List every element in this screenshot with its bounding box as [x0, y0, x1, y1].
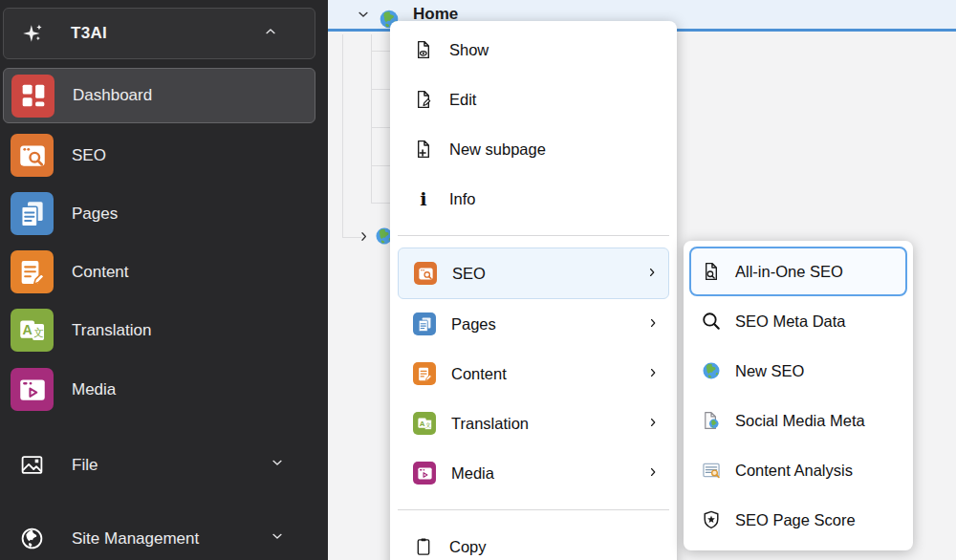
tree-row-divider	[371, 165, 390, 166]
submenu-item-seo-page-score[interactable]: SEO Page Score	[689, 495, 907, 545]
chevron-right-icon	[646, 365, 660, 383]
chevron-down-icon	[270, 455, 285, 475]
module-sidebar: T3AI Dashboard SEO Pages Content Transla…	[0, 0, 328, 560]
chevron-right-icon[interactable]	[357, 229, 371, 244]
sidebar-item-seo[interactable]: SEO	[0, 126, 328, 184]
page-globe-icon	[701, 410, 722, 431]
menu-item-label: Media	[451, 464, 494, 483]
translation-icon	[413, 412, 436, 435]
menu-divider	[398, 235, 669, 236]
menu-item-label: Show	[449, 41, 489, 59]
pages-icon	[413, 312, 436, 335]
content-icon	[11, 250, 54, 293]
sidebar-group-label: Site Management	[72, 529, 199, 549]
menu-item-label: SEO	[452, 265, 486, 283]
info-icon	[413, 188, 434, 209]
menu-item-label: Social Media Meta	[735, 412, 865, 430]
content-icon	[413, 362, 436, 385]
menu-item-label: Content Analysis	[735, 462, 853, 480]
menu-item-label: New subpage	[449, 140, 546, 159]
menu-item-label: SEO Meta Data	[735, 312, 846, 331]
globe-icon	[11, 517, 54, 560]
context-menu-item-edit[interactable]: Edit	[390, 75, 677, 124]
context-menu-item-translation[interactable]: Translation	[390, 398, 677, 448]
menu-item-label: Edit	[449, 91, 476, 109]
context-menu-item-content[interactable]: Content	[390, 349, 677, 398]
submenu-item-new-seo[interactable]: New SEO	[689, 346, 907, 396]
menu-divider	[398, 509, 669, 510]
chevron-right-icon	[646, 464, 660, 483]
sidebar-item-label: Pages	[72, 205, 118, 224]
sidebar-item-media[interactable]: Media	[0, 360, 328, 419]
sidebar-group-t3ai-label: T3AI	[71, 24, 107, 43]
sidebar-item-label: Translation	[72, 321, 151, 340]
sidebar-item-content[interactable]: Content	[0, 243, 328, 301]
sparkles-icon	[21, 21, 46, 46]
tree-guide-line	[342, 34, 343, 238]
tree-row-divider	[371, 127, 390, 128]
seo-submenu: All-in-One SEO SEO Meta Data New SEO Soc…	[684, 241, 913, 550]
page-plus-icon	[413, 139, 434, 160]
context-menu-item-seo[interactable]: SEO	[398, 248, 669, 299]
sidebar-item-translation[interactable]: Translation	[0, 301, 328, 359]
tree-node-collapsed[interactable]	[357, 226, 395, 247]
sidebar-item-label: SEO	[72, 146, 106, 165]
menu-item-label: Copy	[449, 538, 487, 556]
submenu-item-social-media-meta[interactable]: Social Media Meta	[689, 396, 907, 445]
chevron-down-icon	[270, 528, 285, 549]
sidebar-group-t3ai[interactable]: T3AI	[3, 8, 315, 59]
dashboard-icon	[11, 75, 54, 118]
sidebar-group-site-management[interactable]: Site Management	[0, 509, 328, 560]
sidebar-group-label: File	[72, 456, 98, 475]
chevron-right-icon	[645, 265, 659, 283]
menu-item-label: Content	[451, 365, 507, 383]
context-menu-item-info[interactable]: Info	[390, 174, 677, 224]
sidebar-item-label: Dashboard	[73, 86, 152, 105]
page-search-icon	[701, 261, 722, 282]
context-menu-item-pages[interactable]: Pages	[390, 299, 677, 349]
menu-item-label: Info	[449, 190, 476, 208]
media-icon	[413, 462, 436, 485]
tree-guide-line	[371, 34, 372, 204]
menu-item-label: Translation	[451, 415, 529, 433]
page-pencil-icon	[413, 89, 434, 110]
chevron-right-icon	[646, 315, 660, 334]
page-eye-icon	[413, 39, 434, 60]
context-menu-item-new-subpage[interactable]: New subpage	[390, 124, 677, 174]
submenu-item-all-in-one-seo[interactable]: All-in-One SEO	[689, 247, 907, 296]
menu-item-label: Pages	[451, 315, 496, 334]
menu-item-label: SEO Page Score	[735, 511, 856, 529]
submenu-item-seo-meta-data[interactable]: SEO Meta Data	[689, 296, 907, 346]
tree-row-divider	[371, 203, 390, 204]
seo-icon	[414, 262, 437, 285]
chevron-up-icon	[263, 24, 278, 44]
sidebar-item-dashboard[interactable]: Dashboard	[3, 68, 315, 123]
tree-row-divider	[371, 89, 390, 90]
context-menu: Show Edit New subpage Info SEO Pages Con…	[390, 21, 677, 560]
clipboard-icon	[413, 536, 434, 557]
chevron-down-icon[interactable]	[356, 7, 371, 22]
doc-analysis-icon	[701, 460, 722, 481]
media-icon	[11, 368, 54, 411]
pages-icon	[11, 192, 54, 235]
magnifier-icon	[701, 311, 722, 332]
context-menu-item-media[interactable]: Media	[390, 448, 677, 498]
context-menu-item-show[interactable]: Show	[390, 25, 677, 75]
shield-star-icon	[701, 509, 722, 530]
translation-icon	[11, 309, 54, 352]
tree-row-divider	[371, 51, 390, 52]
seo-icon	[11, 134, 54, 177]
menu-item-label: All-in-One SEO	[735, 263, 843, 281]
menu-item-label: New SEO	[735, 362, 804, 380]
chevron-right-icon	[646, 415, 660, 433]
globe-color-icon	[701, 360, 722, 381]
sidebar-item-label: Media	[72, 380, 116, 399]
submenu-item-content-analysis[interactable]: Content Analysis	[689, 445, 907, 495]
sidebar-group-file[interactable]: File	[0, 436, 328, 494]
sidebar-item-pages[interactable]: Pages	[0, 184, 328, 243]
sidebar-item-label: Content	[72, 263, 129, 282]
context-menu-item-copy[interactable]: Copy	[390, 522, 677, 560]
image-icon	[11, 443, 54, 486]
